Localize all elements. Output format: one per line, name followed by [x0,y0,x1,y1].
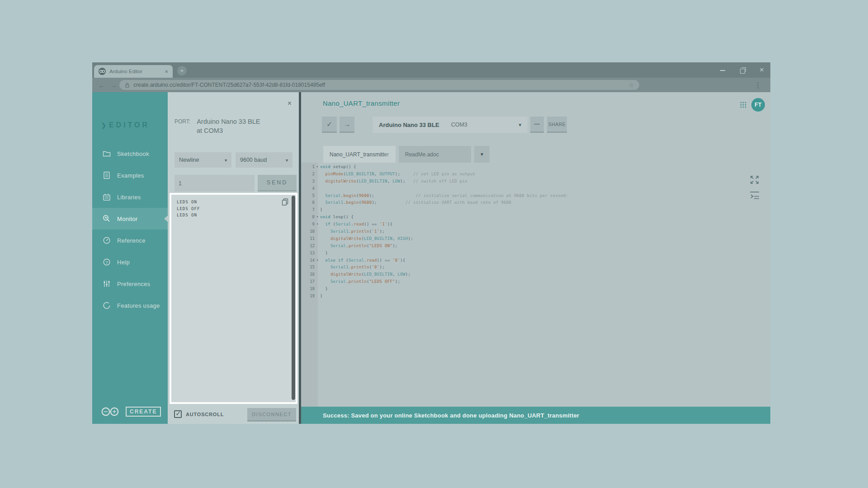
code-line[interactable]: 17 Serial.println("LEDS OFF"); [301,278,770,286]
code-fold-spacer [315,192,320,200]
share-button[interactable]: SHARE [547,117,567,133]
code-line[interactable]: 6 Serial1.begin(9600); // initialize UAR… [301,199,770,206]
window-controls: × [720,62,764,78]
upload-button[interactable]: → [340,117,354,133]
console-panel-icon[interactable] [749,191,760,202]
tab-close-icon[interactable]: × [165,68,168,75]
code-line[interactable]: 3 digitalWrite(LED_BUILTIN, LOW); // swi… [301,178,770,185]
code-fold-spacer [315,243,320,250]
code-fold-icon[interactable]: ▾ [315,214,320,221]
browser-toolbar: ← → ↻ create.arduino.cc/editor/FT-CONTEN… [92,78,770,92]
browser-window: Arduino Editor × + × ← → ↻ create.arduin… [92,62,770,424]
verify-button[interactable]: ✓ [322,117,337,133]
code-fold-icon[interactable]: ▾ [315,257,320,264]
console-scrollbar[interactable] [292,196,295,400]
editor-toolbar: ✓ → Arduino Nano 33 BLE COM3 ▾ ••• SHARE [322,117,567,133]
sidebar-item-reference[interactable]: Reference [92,230,168,251]
disconnect-button[interactable]: DISCONNECT [247,408,296,422]
code-line[interactable]: 7} [301,206,770,214]
back-icon[interactable]: ← [96,81,108,89]
browser-tabstrip: Arduino Editor × + × [92,62,770,78]
send-button[interactable]: SEND [258,175,297,192]
console-line: LEDS ON [177,199,200,206]
serial-message-input[interactable] [175,175,255,192]
code-fold-icon[interactable]: ▾ [315,221,320,228]
serial-monitor-panel: × PORT:Arduino Nano 33 BLE at COM3 Newli… [168,92,299,424]
create-logo-text: CREATE [126,407,161,417]
code-line[interactable]: 9▾ if (Serial.read() == '1'){ [301,221,770,228]
code-line[interactable]: 8▾void loop() { [301,214,770,221]
editor-main: Nano_UART_transmitter FT ✓ → Arduino Nan… [301,92,770,424]
sidebar-item-sketchbook[interactable]: Sketchbook [92,143,168,164]
fullscreen-icon[interactable] [749,174,760,186]
tab-sketch-file[interactable]: Nano_UART_transmitter [323,146,396,163]
code-fold-spacer [315,199,320,206]
code-fold-spacer [315,228,320,235]
code-fold-spacer [315,264,320,271]
forward-icon[interactable]: → [108,81,119,89]
code-fold-spacer [315,250,320,257]
code-fold-spacer [315,286,320,293]
code-line[interactable]: 5 Serial.begin(9600); // initialize seri… [301,192,770,200]
url-bar[interactable]: create.arduino.cc/editor/FT-CONTENT/25d6… [119,80,639,90]
code-line[interactable]: 18 } [301,286,770,293]
code-fold-icon[interactable]: ▾ [315,164,320,171]
sidebar-item-features-usage[interactable]: Features usage [92,295,168,316]
new-tab-button[interactable]: + [177,66,187,75]
sidebar-item-help[interactable]: ? Help [92,251,168,273]
sidebar-item-monitor[interactable]: Monitor [92,208,168,230]
code-line[interactable]: 15 Serial1.println('0'); [301,264,770,271]
bookmark-star-icon[interactable]: ☆ [628,82,634,89]
code-fold-spacer [315,178,320,185]
code-line[interactable]: 1▾void setup() { [301,164,770,171]
arduino-create-logo: CREATE [100,407,161,417]
sketch-title: Nano_UART_transmitter [323,99,400,107]
code-line[interactable]: 11 digitalWrite(LED_BUILTIN, HIGH); [301,235,770,243]
code-line[interactable]: 12 Serial.println("LEDS ON"); [301,243,770,250]
code-line[interactable]: 16 digitalWrite(LED_BUILTIN, LOW); [301,271,770,278]
preferences-sliders-icon [102,279,111,288]
code-fold-spacer [315,278,320,286]
window-close-button[interactable]: × [760,67,764,73]
board-name: Arduino Nano 33 BLE [379,122,439,128]
user-avatar[interactable]: FT [751,98,765,112]
monitor-port-info: PORT:Arduino Nano 33 BLE at COM3 [175,117,260,134]
window-minimize-button[interactable] [720,67,726,73]
code-line[interactable]: 14▾ else if (Serial.read() == '0'){ [301,257,770,264]
monitor-icon [102,214,111,223]
sidebar-item-preferences[interactable]: Preferences [92,273,168,295]
serial-console-output[interactable]: LEDS ON LEDS OFF LEDS ON [170,193,297,404]
browser-tab[interactable]: Arduino Editor × [94,65,173,78]
code-line[interactable]: 4 [301,185,770,192]
folder-icon [102,149,111,158]
apps-grid-icon[interactable] [740,102,746,108]
copy-icon[interactable] [281,198,289,206]
sidebar-item-libraries[interactable]: Libraries [92,186,168,208]
tab-readme-file[interactable]: ReadMe.adoc [399,146,471,163]
port-name: Arduino Nano 33 BLE [197,118,260,125]
sidebar-item-examples[interactable]: Examples [92,164,168,186]
baud-rate-select[interactable]: 9600 baud ▾ [236,152,292,168]
line-ending-select[interactable]: Newline ▾ [175,152,231,168]
tabs-dropdown-button[interactable]: ▼ [474,146,490,163]
more-options-button[interactable]: ••• [530,117,544,133]
code-line[interactable]: 19} [301,293,770,300]
autoscroll-label: AUTOSCROLL [186,412,224,417]
console-line: LEDS OFF [177,206,200,212]
code-line[interactable]: 10 Serial1.println('1'); [301,228,770,235]
chevron-right-icon: ❯ [101,122,106,129]
code-fold-spacer [315,171,320,178]
svg-text:?: ? [105,260,108,265]
monitor-close-icon[interactable]: × [288,99,292,108]
autoscroll-checkbox[interactable] [174,410,182,418]
code-line[interactable]: 13 } [301,250,770,257]
browser-menu-icon[interactable]: ⋮ [755,81,761,89]
code-fold-spacer [315,293,320,300]
board-port: COM3 [451,122,467,128]
code-fold-spacer [315,235,320,243]
sidebar-nav: Sketchbook Examples Libraries [92,143,168,316]
code-line[interactable]: 2 pinMode(LED_BUILTIN, OUTPUT); // set L… [301,171,770,178]
board-selector[interactable]: Arduino Nano 33 BLE COM3 ▾ [373,117,528,133]
plus-icon: + [180,66,184,74]
window-restore-button[interactable] [740,67,746,73]
